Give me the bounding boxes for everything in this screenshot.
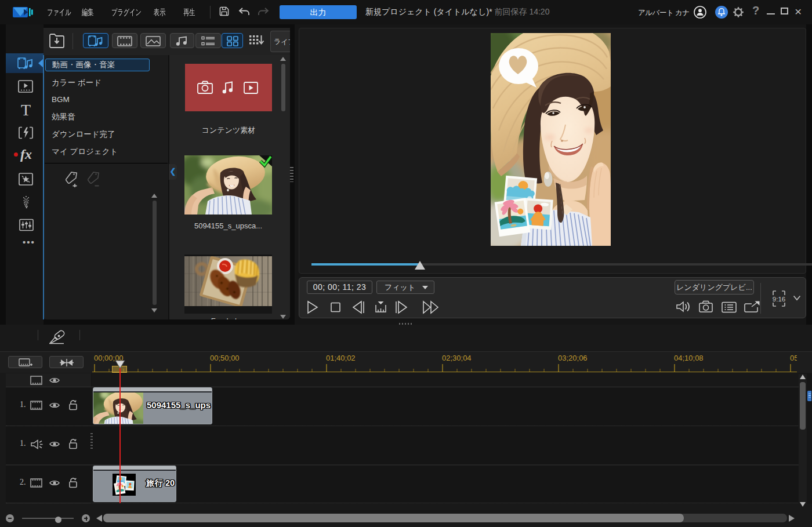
svg-text:05;00;10: 05;00;10	[790, 354, 797, 362]
svg-text:03;20;06: 03;20;06	[558, 354, 588, 362]
svg-text:00;50;00: 00;50;00	[210, 354, 240, 362]
svg-text:02;30;04: 02;30;04	[442, 354, 472, 362]
svg-text:04;10;08: 04;10;08	[674, 354, 704, 362]
svg-text:01;40;02: 01;40;02	[326, 354, 356, 362]
